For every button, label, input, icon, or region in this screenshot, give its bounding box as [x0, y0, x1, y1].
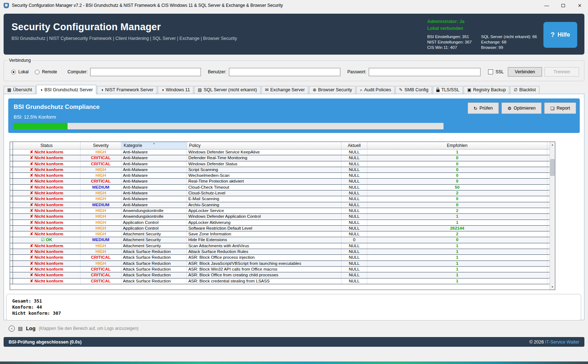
compliance-progressbar — [14, 123, 444, 129]
passwort-input[interactable] — [369, 68, 481, 76]
tab-audit-policies[interactable]: ⌕Audit Policies — [356, 86, 395, 94]
vertical-scrollbar[interactable]: ▲ ▼ — [550, 142, 555, 290]
stats-column-1: BSI Einstellungen: 351NIST Einstellungen… — [427, 34, 472, 50]
tab-sql-server-nicht-erkannt[interactable]: ▤SQL Server (nicht erkannt) — [194, 86, 261, 94]
chevron-down-icon[interactable]: ⌄ — [9, 326, 15, 332]
cell-status: ✘ Nicht konform — [13, 278, 81, 284]
tab-bsi-grundschutz-server[interactable]: ◑BSI Grundschutz Server — [36, 85, 96, 94]
table-row[interactable]: ✘ Nicht konformCRITICALAttack Surface Re… — [10, 272, 555, 278]
disconnect-button[interactable]: Trennen — [545, 67, 579, 77]
mail-icon: ✉ — [265, 88, 268, 92]
table-row[interactable]: ✘ Nicht konformHIGHAnwendungskontrolleWi… — [10, 214, 555, 220]
table-row[interactable]: ✘ Nicht konformHIGHAnti-MalwareWechselme… — [10, 173, 555, 179]
table-row[interactable]: ✘ Nicht konformCRITICALAttack Surface Re… — [10, 278, 555, 284]
maximize-button[interactable] — [555, 0, 571, 11]
tab-nist-framework-server[interactable]: ◑NIST Framework Server — [97, 86, 157, 94]
status-label: Nicht konform — [35, 231, 63, 236]
optimieren-button[interactable]: ⚙Optimieren — [501, 102, 542, 114]
compliance-title: BSI Grundschutz Compliance — [14, 103, 100, 111]
tab-windows-11[interactable]: ◑Windows 11 — [158, 86, 193, 94]
cell-policy: Script Scanning — [187, 167, 341, 172]
tab-browser-security[interactable]: ⊕Browser Security — [309, 86, 356, 94]
status-label: Nicht konform — [35, 202, 63, 207]
table-row[interactable]: ✘ Nicht konformHIGHAttachment SecuritySa… — [10, 231, 555, 237]
column-header-aktuell[interactable]: Aktuell — [341, 142, 367, 149]
cross-icon: ✘ — [30, 161, 35, 166]
table-row[interactable]: ✘ Nicht konformHIGHAttack Surface Reduct… — [10, 261, 555, 267]
cell-severity: HIGH — [81, 167, 121, 172]
table-row[interactable]: ✘ Nicht konformCRITICALAnti-MalwareReal-… — [10, 179, 555, 184]
table-row[interactable]: ☑ OKMEDIUMAttachment SecurityHide File E… — [10, 237, 555, 243]
remote-radio-label: Remote — [42, 69, 57, 74]
column-header-policy[interactable]: Policy — [187, 142, 341, 149]
cell-empfohlen: 1 — [367, 220, 547, 225]
tab-smb-config[interactable]: ✎SMB Config — [395, 86, 432, 94]
table-row[interactable]: ✘ Nicht konformHIGHAnti-MalwareWindows D… — [10, 149, 555, 155]
cell-aktuell: NULL — [341, 190, 367, 196]
table-row[interactable]: ✘ Nicht konformHIGHAnti-MalwareCloud-Sch… — [10, 190, 555, 196]
minimize-button[interactable]: — — [538, 0, 555, 11]
table-row[interactable]: ✘ Nicht konformHIGHAnti-MalwareScript Sc… — [10, 167, 555, 173]
scroll-down-icon[interactable]: ▼ — [550, 284, 555, 290]
vendor-link[interactable]: IT-Service Walter — [545, 340, 579, 345]
table-row[interactable]: ✘ Nicht konformCRITICALAnti-MalwareDefen… — [10, 155, 555, 161]
table-row[interactable]: ✘ Nicht konformHIGHAttack Surface Reduct… — [10, 249, 555, 255]
table-row[interactable]: ✘ Nicht konformCRITICALAttack Surface Re… — [10, 267, 555, 272]
help-button[interactable]: ? Hilfe — [543, 22, 577, 48]
chart-icon: ▦ — [7, 88, 11, 92]
help-button-label: Hilfe — [557, 32, 570, 38]
benutzer-input[interactable] — [229, 68, 341, 76]
cell-policy: Cloud-Check Timeout — [187, 185, 341, 190]
status-label: Nicht konform — [35, 272, 63, 277]
cell-kategorie: Anti-Malware — [121, 149, 187, 155]
close-button[interactable]: ✕ — [571, 0, 588, 11]
cell-kategorie: Anti-Malware — [121, 179, 187, 184]
prüfen-button[interactable]: ↻Prüfen — [468, 102, 499, 114]
cell-empfohlen: 1 — [367, 214, 547, 219]
ssl-checkbox[interactable] — [488, 69, 493, 74]
cell-status: ✘ Nicht konform — [13, 220, 81, 225]
table-row[interactable]: ✘ Nicht konformHIGHAttachment SecuritySc… — [10, 243, 555, 249]
table-row[interactable]: ✘ Nicht konformHIGHApplication ControlAp… — [10, 220, 555, 226]
table-row[interactable]: ✘ Nicht konformCRITICALAnti-MalwareWindo… — [10, 161, 555, 167]
ssl-label: SSL — [496, 69, 504, 74]
admin-status: Administrator: Ja — [427, 18, 537, 25]
scrollbar-thumb[interactable] — [550, 159, 555, 176]
computer-input[interactable] — [90, 68, 201, 76]
tab-exchange-server[interactable]: ✉Exchange Server — [261, 86, 308, 94]
column-header-status[interactable]: Status — [13, 142, 81, 149]
cell-aktuell: NULL — [341, 185, 367, 190]
table-row[interactable]: ✘ Nicht konformCRITICALAttack Surface Re… — [10, 255, 555, 261]
cell-aktuell: NULL — [341, 267, 367, 272]
cell-aktuell: 0 — [341, 237, 367, 243]
table-row[interactable]: ✘ Nicht konformMEDIUMAnti-MalwareArchiv-… — [10, 202, 555, 208]
remote-radio[interactable] — [35, 70, 40, 74]
scroll-up-icon[interactable]: ▲ — [550, 142, 555, 147]
table-row[interactable]: ✘ Nicht konformHIGHApplication ControlSo… — [10, 226, 555, 231]
tab-tls-ssl[interactable]: TLS/SSL — [433, 86, 463, 94]
column-header-severity[interactable]: Severity — [81, 142, 121, 149]
connect-button[interactable]: Verbinden — [508, 67, 542, 77]
table-row[interactable]: ✘ Nicht konformHIGHAnti-MalwareE-Mail Sc… — [10, 196, 555, 202]
column-header-empfohlen[interactable]: Empfohlen — [367, 142, 547, 149]
status-label: Nicht konform — [35, 185, 63, 190]
cell-kategorie: Attack Surface Reduction — [121, 272, 187, 278]
tab-registry-backup[interactable]: ▣Registry Backup — [464, 86, 509, 94]
cell-aktuell: NULL — [341, 155, 367, 161]
cell-empfohlen: 1 — [367, 272, 547, 278]
connection-group-label: Verbindung — [8, 58, 32, 63]
tab-bersicht[interactable]: ▦Übersicht — [4, 86, 36, 94]
tab-blacklist[interactable]: ∅Blacklist — [510, 86, 539, 94]
status-label: Nicht konform — [35, 208, 63, 213]
cell-kategorie: Anwendungskontrolle — [121, 214, 187, 219]
local-radio[interactable] — [11, 70, 16, 74]
table-row[interactable]: ✘ Nicht konformHIGHAnwendungskontrolleAp… — [10, 208, 555, 214]
cell-kategorie: Anti-Malware — [121, 202, 187, 208]
row-header — [10, 226, 13, 231]
table-row[interactable]: ✘ Nicht konformMEDIUMAnti-MalwareCloud-C… — [10, 185, 555, 190]
cross-icon: ✘ — [30, 173, 35, 178]
cell-aktuell: NULL — [341, 208, 367, 213]
column-header-kategorie[interactable]: Kategorie▲ — [121, 142, 187, 149]
report-button[interactable]: ❏Report — [544, 102, 576, 114]
tab-label: NIST Framework Server — [105, 87, 153, 92]
